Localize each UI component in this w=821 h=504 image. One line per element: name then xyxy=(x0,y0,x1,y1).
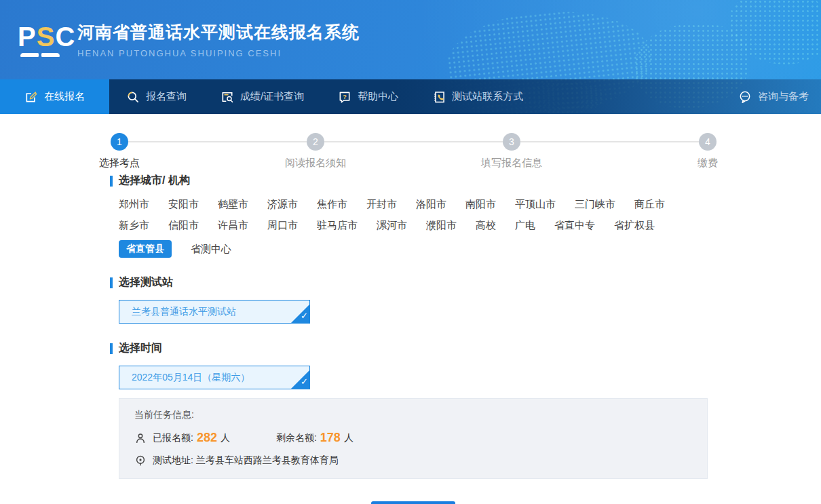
site-title-block: 河南省普通话水平测试在线报名系统 HENAN PUTONGHUA SHUIPIN… xyxy=(77,21,360,58)
psc-logo: PSC xyxy=(18,23,62,57)
document-search-icon xyxy=(221,90,234,104)
city-option[interactable]: 濮阳市 xyxy=(426,219,457,232)
chat-bubble-icon xyxy=(738,90,752,104)
registered-label: 已报名额: xyxy=(153,432,193,444)
nav-item-phone-book[interactable]: 测试站联系方式 xyxy=(415,79,540,114)
city-option[interactable]: 南阳市 xyxy=(465,198,496,211)
city-option[interactable]: 安阳市 xyxy=(168,198,199,211)
task-info-title: 当前任务信息: xyxy=(134,409,692,421)
city-option[interactable]: 许昌市 xyxy=(218,219,248,232)
selected-check-icon xyxy=(291,305,309,323)
remaining-label: 剩余名额: xyxy=(276,432,317,444)
city-option-row: 新乡市信阳市许昌市周口市驻马店市漯河市濮阳市高校广电省直中专省扩权县 xyxy=(119,219,708,232)
test-station-label: 兰考县普通话水平测试站 xyxy=(132,306,236,318)
svg-text:?: ? xyxy=(343,93,347,100)
section-title-bar xyxy=(110,277,113,288)
step-label-1: 选择考点 xyxy=(99,157,140,170)
city-option[interactable]: 漯河市 xyxy=(377,219,407,232)
step-label-2: 阅读报名须知 xyxy=(285,157,346,170)
remaining-value: 178 xyxy=(320,431,341,445)
city-option[interactable]: 三门峡市 xyxy=(575,198,615,211)
test-date-label: 2022年05月14日（星期六） xyxy=(132,372,250,384)
registered-unit: 人 xyxy=(221,432,230,444)
city-option[interactable]: 济源市 xyxy=(267,198,298,211)
phone-book-icon xyxy=(432,90,446,104)
step-connector xyxy=(128,141,307,142)
address-row: 测试地址: 兰考县车站西路兰考县教育体育局 xyxy=(134,454,692,467)
main-nav: 在线报名报名查询成绩/证书查询?帮助中心测试站联系方式 咨询与备考 xyxy=(0,79,821,114)
main-panel: 选择城市/ 机构 郑州市安阳市鹤壁市济源市焦作市开封市洛阳市南阳市平顶山市三门峡… xyxy=(119,174,708,504)
city-option[interactable]: 信阳市 xyxy=(168,219,199,232)
test-station-option[interactable]: 兰考县普通话水平测试站 xyxy=(119,300,310,324)
nav-item-edit[interactable]: 在线报名 xyxy=(0,79,109,114)
nav-item-chat-bubble[interactable]: 咨询与备考 xyxy=(721,79,821,114)
psc-logo-text: PSC xyxy=(18,23,62,50)
help-bubble-icon: ? xyxy=(338,90,351,104)
header: PSC 河南省普通话水平测试在线报名系统 HENAN PUTONGHUA SHU… xyxy=(0,0,821,79)
address-label: 测试地址: xyxy=(153,454,193,467)
station-section-title: 选择测试站 xyxy=(119,275,708,290)
selected-check-icon xyxy=(291,370,309,389)
person-icon xyxy=(134,432,147,444)
city-option[interactable]: 驻马店市 xyxy=(317,219,358,232)
city-option[interactable]: 周口市 xyxy=(267,219,298,232)
quota-row: 已报名额: 282 人 剩余名额: 178 人 xyxy=(134,431,692,445)
site-title: 河南省普通话水平测试在线报名系统 xyxy=(77,21,360,43)
city-option[interactable]: 郑州市 xyxy=(119,198,149,211)
city-option[interactable]: 洛阳市 xyxy=(416,198,446,211)
registered-value: 282 xyxy=(197,431,217,445)
step-circle-1: 1 xyxy=(111,133,128,151)
test-date-option[interactable]: 2022年05月14日（星期六） xyxy=(119,366,310,389)
city-option[interactable]: 省扩权县 xyxy=(614,219,655,232)
open-book-icon xyxy=(18,53,62,57)
city-option[interactable]: 高校 xyxy=(476,219,496,232)
city-option[interactable]: 开封市 xyxy=(366,198,397,211)
next-step-button[interactable]: 下一步 xyxy=(371,501,455,504)
nav-item-document-search[interactable]: 成绩/证书查询 xyxy=(204,79,321,114)
nav-item-search[interactable]: 报名查询 xyxy=(109,79,204,114)
step-label-4: 缴费 xyxy=(698,157,718,170)
nav-item-label: 报名查询 xyxy=(146,90,187,103)
step-label-3: 填写报名信息 xyxy=(481,157,542,170)
time-section-title: 选择时间 xyxy=(119,341,708,355)
section-title-bar xyxy=(110,176,113,187)
header-banner: PSC 河南省普通话水平测试在线报名系统 HENAN PUTONGHUA SHU… xyxy=(0,0,821,114)
city-option[interactable]: 商丘市 xyxy=(634,198,665,211)
location-icon xyxy=(134,454,147,467)
city-option[interactable]: 鹤壁市 xyxy=(218,198,248,211)
nav-item-label: 成绩/证书查询 xyxy=(240,90,304,103)
step-circle-3: 3 xyxy=(503,133,520,151)
edit-icon xyxy=(24,90,38,104)
nav-item-help-bubble[interactable]: ?帮助中心 xyxy=(321,79,415,114)
page-content: 1选择考点2阅读报名须知3填写报名信息4缴费 选择城市/ 机构 郑州市安阳市鹤壁… xyxy=(0,114,821,504)
city-option-row: 省直管县省测中心 xyxy=(119,240,708,258)
city-option-row: 郑州市安阳市鹤壁市济源市焦作市开封市洛阳市南阳市平顶山市三门峡市商丘市 xyxy=(119,198,708,211)
city-option[interactable]: 广电 xyxy=(515,219,535,232)
nav-item-label: 咨询与备考 xyxy=(758,90,809,103)
nav-item-label: 在线报名 xyxy=(44,90,85,103)
address-value: 兰考县车站西路兰考县教育体育局 xyxy=(196,454,339,467)
step-indicator: 1选择考点2阅读报名须知3填写报名信息4缴费 xyxy=(0,114,821,174)
task-info-box: 当前任务信息: 已报名额: 282 人 剩余名额: 178 人 xyxy=(119,398,708,479)
search-icon xyxy=(126,90,140,104)
city-option[interactable]: 新乡市 xyxy=(119,219,149,232)
city-option[interactable]: 焦作市 xyxy=(317,198,347,211)
site-subtitle: HENAN PUTONGHUA SHUIPING CESHI xyxy=(77,48,360,58)
city-option[interactable]: 平顶山市 xyxy=(515,198,556,211)
city-option[interactable]: 省直中专 xyxy=(554,219,595,232)
city-option[interactable]: 省测中心 xyxy=(191,243,231,256)
city-option-selected[interactable]: 省直管县 xyxy=(119,240,172,258)
section-title-bar xyxy=(110,343,113,354)
step-circle-2: 2 xyxy=(307,133,324,151)
nav-item-label: 帮助中心 xyxy=(358,90,398,103)
city-options: 郑州市安阳市鹤壁市济源市焦作市开封市洛阳市南阳市平顶山市三门峡市商丘市新乡市信阳… xyxy=(119,198,708,258)
nav-item-label: 测试站联系方式 xyxy=(452,90,523,103)
step-connector xyxy=(324,141,503,142)
city-section-title: 选择城市/ 机构 xyxy=(119,174,708,188)
step-connector xyxy=(520,141,699,142)
step-circle-4: 4 xyxy=(699,133,717,151)
remaining-unit: 人 xyxy=(344,432,354,444)
